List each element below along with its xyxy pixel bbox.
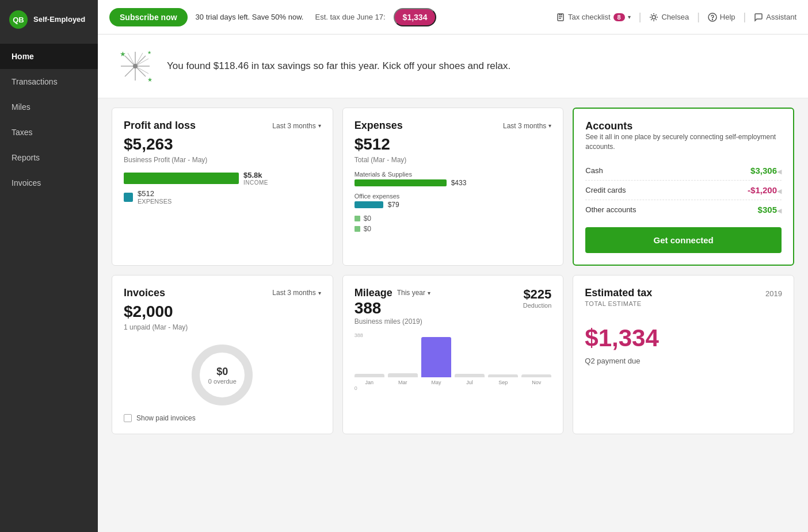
invoices-title: Invoices — [124, 287, 165, 299]
expenses-subtitle: Total (Mar - May) — [355, 156, 552, 164]
help-icon — [708, 13, 717, 22]
profit-loss-title: Profit and loss — [124, 120, 196, 132]
y-min-label: 0 — [355, 385, 357, 391]
zero-row-1: $0 — [355, 215, 552, 223]
tax-checklist-item[interactable]: Tax checklist 8 ▾ — [556, 13, 631, 22]
office-bar — [355, 201, 383, 208]
est-tax-title: Estimated tax — [585, 287, 652, 299]
zero-indicator-2 — [355, 226, 360, 232]
topbar: Subscribe now 30 trial days left. Save 5… — [98, 0, 808, 35]
sidebar-nav: Home Transactions Miles Taxes Reports In… — [0, 44, 98, 196]
credit-value: -$1,200◀ — [748, 185, 782, 195]
invoices-card: Invoices Last 3 months ▾ $2,000 1 unpaid… — [112, 275, 333, 434]
help-item[interactable]: Help — [708, 13, 735, 22]
sidebar-item-miles[interactable]: Miles — [0, 94, 98, 120]
clipboard-icon — [556, 13, 565, 22]
expense-label: EXPENSES — [138, 198, 171, 205]
bar-nov-label: Nov — [532, 380, 541, 385]
expenses-period: Last 3 months — [503, 122, 546, 130]
profit-loss-amount: $5,263 — [124, 135, 321, 154]
sidebar-item-taxes[interactable]: Taxes — [0, 120, 98, 145]
settings-icon — [649, 13, 658, 22]
income-bar — [124, 173, 239, 184]
svg-point-5 — [712, 19, 712, 20]
est-tax-left: Estimated tax TOTAL ESTIMATE — [585, 287, 652, 307]
svg-text:★: ★ — [147, 76, 153, 83]
accounts-other-row: Other accounts $305◀ — [585, 200, 782, 219]
assistant-item[interactable]: Assistant — [754, 13, 796, 22]
svg-text:★: ★ — [120, 50, 126, 58]
tax-due-button[interactable]: $1,334 — [394, 8, 437, 26]
firework-graphic: ★ ★ ★ — [115, 46, 155, 86]
invoices-amount: $2,000 — [124, 303, 321, 321]
mileage-right: $225 Deduction — [523, 287, 552, 309]
bar-mar: Mar — [388, 373, 418, 385]
profit-loss-card: Profit and loss Last 3 months ▾ $5,263 B… — [112, 108, 333, 266]
mileage-period-selector[interactable]: This year ▾ — [397, 289, 430, 297]
invoices-subtitle: 1 unpaid (Mar - May) — [124, 323, 321, 331]
show-paid-row[interactable]: Show paid invoices — [124, 414, 321, 422]
office-label: Office expenses — [355, 193, 552, 200]
bar-sep-label: Sep — [498, 380, 508, 385]
app-name: Self-Employed — [33, 15, 85, 24]
mileage-deduction-label: Deduction — [523, 302, 552, 309]
svg-point-18 — [133, 64, 138, 68]
cash-value: $3,306◀ — [750, 166, 782, 175]
get-connected-button[interactable]: Get connected — [585, 227, 782, 253]
profit-loss-period: Last 3 months — [272, 122, 315, 130]
user-menu[interactable]: Chelsea — [649, 13, 689, 22]
zero-value-1: $0 — [364, 215, 371, 223]
income-bar-row: $5.8k INCOME — [124, 171, 321, 186]
qb-logo-icon: QB — [9, 10, 28, 29]
profit-loss-chevron-icon: ▾ — [318, 123, 321, 129]
bar-jul-label: Jul — [466, 380, 473, 385]
donut-amount: $0 — [208, 365, 237, 377]
est-tax-header: Estimated tax TOTAL ESTIMATE 2019 — [585, 287, 782, 307]
invoices-period-selector[interactable]: Last 3 months ▾ — [272, 289, 321, 297]
bar-sep: Sep — [488, 374, 518, 385]
user-name: Chelsea — [661, 13, 689, 21]
sidebar-item-transactions[interactable]: Transactions — [0, 69, 98, 94]
materials-expense-row: Materials & Supplies $433 — [355, 171, 552, 187]
sidebar-item-home[interactable]: Home — [0, 44, 98, 69]
bar-jan-fill — [355, 374, 384, 377]
accounts-card: Accounts See it all in one place by secu… — [573, 108, 794, 266]
sidebar-logo: QB Self-Employed — [0, 0, 98, 39]
mileage-miles: 388 — [355, 299, 430, 317]
est-tax-due: Q2 payment due — [585, 357, 782, 365]
sidebar-item-reports[interactable]: Reports — [0, 145, 98, 170]
logo-text: QB — [13, 16, 24, 24]
tax-due-label: Est. tax due June 17: — [315, 13, 385, 21]
trial-text: 30 trial days left. Save 50% now. — [196, 13, 304, 21]
sidebar-item-invoices[interactable]: Invoices — [0, 170, 98, 196]
est-tax-amount: $1,334 — [585, 324, 782, 352]
other-value: $305◀ — [758, 205, 782, 215]
bar-jul: Jul — [455, 374, 485, 385]
profit-loss-period-selector[interactable]: Last 3 months ▾ — [272, 122, 321, 130]
other-label: Other accounts — [585, 205, 636, 214]
bar-nov-fill — [521, 374, 551, 377]
invoices-period: Last 3 months — [272, 289, 315, 297]
content-area: ★ ★ ★ You found $118.46 in tax savings s… — [98, 35, 808, 532]
mileage-title: Mileage — [355, 287, 392, 299]
svg-text:★: ★ — [147, 50, 151, 55]
mileage-deduction: $225 — [523, 287, 552, 302]
income-value: $5.8k — [243, 171, 268, 179]
expenses-card: Expenses Last 3 months ▾ $512 Total (Mar… — [342, 108, 564, 266]
expenses-period-selector[interactable]: Last 3 months ▾ — [503, 122, 551, 130]
materials-bar — [355, 179, 447, 186]
chat-icon — [754, 13, 763, 22]
office-value: $79 — [388, 201, 399, 209]
donut-chart: $0 0 overdue — [188, 340, 257, 409]
subscribe-button[interactable]: Subscribe now — [109, 8, 188, 26]
zero-indicator-1 — [355, 216, 360, 221]
zero-row-2: $0 — [355, 225, 552, 233]
bar-may: May — [421, 337, 451, 385]
card-grid: Profit and loss Last 3 months ▾ $5,263 B… — [98, 98, 808, 443]
donut-container: $0 0 overdue — [124, 340, 321, 409]
tax-checklist-chevron-icon: ▾ — [628, 14, 631, 20]
mileage-period: This year — [397, 289, 425, 297]
expenses-chevron-icon: ▾ — [548, 123, 551, 129]
materials-label: Materials & Supplies — [355, 171, 552, 178]
show-paid-checkbox[interactable] — [124, 414, 132, 422]
